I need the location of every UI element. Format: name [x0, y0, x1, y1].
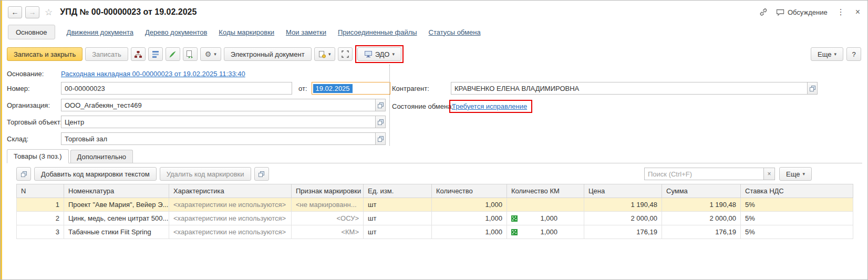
column-header-vat-rate[interactable]: Ставка НДС [741, 184, 853, 198]
delete-marking-code-button[interactable]: Удалить код маркировки [160, 167, 251, 181]
electronic-document-button[interactable]: Электронный документ [224, 47, 312, 61]
cell-unit[interactable]: шт [364, 225, 432, 239]
column-header-price[interactable]: Цена [584, 184, 662, 198]
back-button[interactable]: ← [8, 6, 22, 18]
cell-price[interactable]: 1 190,48 [584, 198, 662, 212]
form-area: Основание: Расходная накладная 00-000000… [7, 64, 862, 148]
save-button[interactable]: Записать [85, 47, 128, 61]
table-more-button[interactable]: Еще ▾ [779, 167, 812, 181]
cell-marking[interactable]: <не маркированн... [292, 198, 364, 212]
edo-button[interactable]: ЭДО ▾ [357, 47, 401, 61]
annotation-box-edo: ЭДО ▾ [355, 45, 404, 63]
table-row[interactable]: 3 Табачные стики Fiit Spring <характерис… [17, 225, 853, 239]
cell-n[interactable]: 1 [17, 198, 64, 212]
cell-nomenclature[interactable]: Проект "Аве Мария", Вейер Э... [64, 198, 169, 212]
trade-object-field[interactable]: Центр [61, 116, 376, 128]
basis-row: Основание: Расходная накладная 00-000000… [7, 67, 245, 80]
nav-link-marking-codes[interactable]: Коды маркировки [219, 28, 274, 36]
add-marking-code-button[interactable]: Добавить код маркировки текстом [34, 167, 157, 181]
subordination-structure-button[interactable] [131, 47, 146, 61]
counterparty-label: Контрагент: [392, 85, 451, 92]
column-header-characteristic[interactable]: Характеристика [169, 184, 292, 198]
column-header-marking[interactable]: Признак маркировки [292, 184, 364, 198]
warehouse-field[interactable]: Торговый зал [61, 132, 376, 145]
cell-characteristic[interactable]: <характеристики не используются> [169, 212, 292, 225]
cell-nomenclature[interactable]: Табачные стики Fiit Spring [64, 225, 169, 239]
cell-sum[interactable]: 176,19 [662, 225, 741, 239]
cell-quantity-km[interactable]: 1,000 [507, 225, 584, 239]
edoc-versions-button[interactable]: ▾ [314, 47, 335, 61]
favorite-star-icon[interactable]: ☆ [45, 7, 53, 18]
exchange-state-link[interactable]: Требуется исправление [452, 102, 527, 110]
nav-link-my-notes[interactable]: Мои заметки [286, 28, 326, 36]
more-button[interactable]: Еще ▾ [811, 47, 843, 61]
cell-quantity[interactable]: 1,000 [432, 225, 507, 239]
fullscreen-button[interactable] [338, 47, 353, 61]
column-header-n[interactable]: N [17, 184, 64, 198]
cell-sum[interactable]: 2 000,00 [662, 212, 741, 225]
reports-button[interactable] [148, 47, 163, 61]
trade-object-choose-button[interactable] [376, 116, 386, 128]
cell-quantity-km[interactable]: 1,000 [507, 212, 584, 225]
form-settings-button[interactable] [254, 167, 269, 181]
show-list-button[interactable] [16, 167, 31, 181]
counterparty-field[interactable]: КРАВЧЕНКО ЕЛЕНА ВЛАДИМИРОВНА [451, 82, 808, 95]
column-header-quantity[interactable]: Количество [432, 184, 507, 198]
cell-marking[interactable]: <КМ> [292, 225, 364, 239]
cell-unit[interactable]: шт [364, 198, 432, 212]
cell-characteristic[interactable]: <характеристики не используются> [169, 225, 292, 239]
get-link-icon[interactable] [759, 8, 768, 16]
warehouse-choose-button[interactable] [376, 132, 386, 145]
number-field[interactable]: 00-00000023 [61, 82, 292, 95]
discussion-button[interactable]: Обсуждение [776, 8, 828, 16]
create-based-on-button[interactable] [183, 47, 198, 61]
cell-n[interactable]: 2 [17, 212, 64, 225]
number-row: Номер: 00-00000023 от: 19.02.2025 [7, 81, 390, 95]
sign-button[interactable] [166, 47, 180, 61]
basis-link[interactable]: Расходная накладная 00-00000023 от 19.02… [61, 70, 245, 78]
tab-goods[interactable]: Товары (3 поз.) [7, 149, 69, 163]
table-row[interactable]: 2 Цинк, медь, селен цитрат 500... <харак… [17, 212, 853, 225]
cell-characteristic[interactable]: <характеристики не используются> [169, 198, 292, 212]
column-header-quantity-km[interactable]: Количество КМ [507, 184, 584, 198]
close-icon[interactable]: × [854, 7, 861, 17]
cell-price[interactable]: 176,19 [584, 225, 662, 239]
help-button[interactable]: ? [846, 47, 861, 61]
more-menu-icon[interactable]: ⋮ [836, 7, 846, 17]
table-row[interactable]: 1 Проект "Аве Мария", Вейер Э... <характ… [17, 198, 853, 212]
print-settings-button[interactable]: ⚙ ▾ [200, 47, 221, 61]
cell-vat[interactable]: 5% [741, 212, 853, 225]
column-header-unit[interactable]: Ед. изм. [364, 184, 432, 198]
cell-sum[interactable]: 1 190,48 [662, 198, 741, 212]
forward-button[interactable]: → [25, 6, 39, 18]
cell-price[interactable]: 2 000,00 [584, 212, 662, 225]
save-close-button[interactable]: Записать и закрыть [7, 47, 82, 61]
date-field[interactable]: 19.02.2025 [312, 82, 390, 95]
nav-link-document-movements[interactable]: Движения документа [67, 28, 133, 36]
nav-link-attached-files[interactable]: Присоединенные файлы [338, 28, 417, 36]
nav-link-exchange-statuses[interactable]: Статусы обмена [429, 28, 481, 36]
cell-vat[interactable]: 5% [741, 225, 853, 239]
counterparty-choose-button[interactable] [808, 82, 818, 95]
cell-vat[interactable]: 5% [741, 198, 853, 212]
search-input[interactable] [644, 168, 764, 180]
organization-choose-button[interactable] [376, 99, 386, 111]
cell-quantity[interactable]: 1,000 [432, 212, 507, 225]
column-header-sum[interactable]: Сумма [662, 184, 741, 198]
cell-quantity[interactable]: 1,000 [432, 198, 507, 212]
cell-n[interactable]: 3 [17, 225, 64, 239]
column-header-nomenclature[interactable]: Номенклатура [64, 184, 169, 198]
tab-additional[interactable]: Дополнительно [70, 150, 133, 163]
cell-quantity-km[interactable] [507, 198, 584, 212]
organization-field[interactable]: ООО_Агабекян_тест469 [61, 99, 376, 111]
open-window-icon [259, 171, 264, 177]
trade-object-row: Торговый объект: Центр [7, 115, 386, 129]
clear-search-button[interactable]: × [764, 168, 775, 180]
tab-main[interactable]: Основное [8, 25, 55, 39]
cell-unit[interactable]: шт [364, 212, 432, 225]
cell-nomenclature[interactable]: Цинк, медь, селен цитрат 500... [64, 212, 169, 225]
cell-marking[interactable]: <ОСУ> [292, 212, 364, 225]
counterparty-row: Контрагент: КРАВЧЕНКО ЕЛЕНА ВЛАДИМИРОВНА [392, 81, 818, 95]
nav-link-document-tree[interactable]: Дерево документов [145, 28, 207, 36]
form-splitter[interactable] [389, 65, 390, 146]
